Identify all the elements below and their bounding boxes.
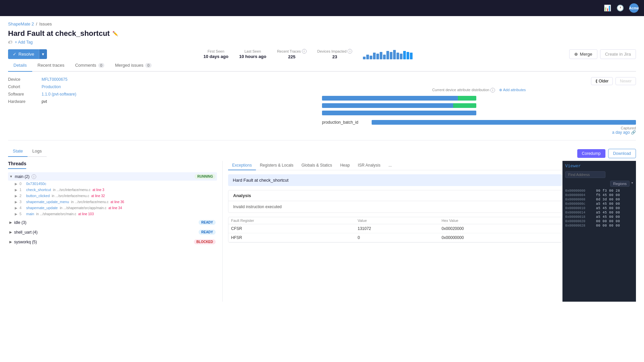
memory-address: 0x0000000c — [565, 202, 592, 206]
col-fault-register: Fault Register — [228, 217, 355, 224]
device-row: Device MFLT0000675 — [8, 77, 314, 82]
recent-traces-info-icon[interactable]: i — [302, 49, 307, 54]
coredump-button[interactable]: Coredump — [577, 149, 605, 158]
threads-list: ▼main (2)iRUNNING▶00x7301450c▶1check_sho… — [8, 172, 217, 246]
memory-address: 0x00000010 — [565, 206, 592, 210]
analysis-tab[interactable]: ISR Analysis — [354, 161, 384, 170]
software-value[interactable]: 1.1.0 (pvt-software) — [42, 92, 76, 97]
resolve-dropdown[interactable]: ▾ — [39, 49, 47, 59]
memory-row: 0x00000010a5 45 00 00 — [565, 206, 633, 210]
breadcrumb-project[interactable]: ShapeMate 2 — [8, 21, 34, 26]
thread-header[interactable]: ▶sysworkq (5)BLOCKED — [8, 238, 217, 246]
frame-number: 0 — [19, 182, 24, 186]
resolve-main[interactable]: ✓ Resolve — [8, 49, 39, 59]
captured-value[interactable]: a day ago 🔗 — [322, 130, 636, 135]
fault-reg-hex: 0x00000000 — [439, 233, 562, 242]
frame-line: at line 32 — [91, 194, 105, 198]
regions-chevron[interactable]: ▾ — [631, 181, 633, 187]
resolve-label: Resolve — [18, 52, 34, 57]
user-avatar[interactable]: Acme — [629, 3, 639, 13]
page-title-row: Hard Fault at check_shortcut ✏️ — [8, 29, 636, 38]
expand-arrow-icon: ▶ — [9, 221, 12, 224]
merge-icon: ⊕ — [574, 52, 578, 57]
distribution-info-icon[interactable]: i — [490, 88, 495, 93]
tab-logs[interactable]: Logs — [28, 146, 46, 157]
tab-merged-issues[interactable]: Merged issues 0 — [110, 59, 157, 72]
analysis-card-body: Invalid instruction executed — [228, 201, 562, 213]
thread-header[interactable]: ▼main (2)iRUNNING — [8, 172, 217, 181]
add-tag-button[interactable]: + Add Tag — [15, 40, 33, 45]
frame-arrow-icon: ▶ — [15, 188, 17, 192]
tab-comments[interactable]: Comments 0 — [70, 59, 110, 72]
dist-bar-2 — [322, 103, 636, 109]
create-jira-button[interactable]: Create in Jira — [600, 49, 636, 59]
frame-arrow-icon: ▶ — [15, 182, 17, 186]
thread-name-text: shell_uart (4) — [14, 230, 38, 235]
thread-frame[interactable]: ▶5mainin .../shapemate/src/main.cat line… — [13, 211, 217, 217]
tab-recent-traces[interactable]: Recent traces — [32, 59, 70, 72]
analysis-tab[interactable]: ... — [384, 161, 396, 170]
thread-frame[interactable]: ▶3shapemate_update_menuin .../src/interf… — [13, 199, 217, 205]
fault-reg-value: 131072 — [355, 224, 439, 233]
thread-info-icon[interactable]: i — [32, 174, 36, 179]
clock-icon[interactable]: 🕐 — [616, 4, 624, 12]
thread-header[interactable]: ▶idle (3)READY — [8, 218, 217, 227]
older-button[interactable]: ⟪ Older — [591, 77, 613, 85]
thread-frame[interactable]: ▶2button_clickedin .../src/interface/men… — [13, 193, 217, 199]
device-value[interactable]: MFLT0000675 — [42, 77, 67, 82]
distribution-bars — [322, 95, 636, 117]
viewer-panel: Viewer Regions ▾ 0x0000000090 f3 00 280x… — [562, 161, 636, 302]
resolve-button[interactable]: ✓ Resolve ▾ — [8, 49, 47, 59]
tab-state[interactable]: State — [8, 146, 28, 157]
edit-icon[interactable]: ✏️ — [112, 31, 118, 36]
frame-arrow-icon: ▶ — [15, 194, 17, 198]
analysis-tab[interactable]: Heap — [336, 161, 354, 170]
sparkbar-item — [400, 54, 402, 59]
comments-badge: 0 — [98, 63, 104, 68]
frame-arrow-icon: ▶ — [15, 206, 17, 210]
expand-arrow-icon: ▼ — [9, 175, 13, 178]
thread-name: ▶shell_uart (4) — [9, 230, 38, 235]
threads-title: Threads — [8, 161, 26, 169]
fault-reg-hex: 0x00020000 — [439, 224, 562, 233]
analytics-icon[interactable]: 📊 — [604, 4, 611, 12]
frame-arrow-icon: ▶ — [15, 200, 17, 204]
frame-name: 0x7301450c — [26, 182, 46, 186]
frame-location: in .../src/interface/menu.c — [71, 200, 109, 204]
merge-button[interactable]: ⊕ Merge — [569, 49, 597, 59]
find-address-input[interactable] — [565, 171, 605, 178]
thread-frame[interactable]: ▶1check_shortcutin .../src/interface/men… — [13, 187, 217, 193]
analysis-tab[interactable]: Globals & Statics — [298, 161, 336, 170]
analysis-tab[interactable]: Exceptions — [228, 161, 256, 170]
frame-name: button_clicked — [26, 194, 50, 198]
device-label: Device — [8, 77, 42, 82]
thread-frame[interactable]: ▶4shapemate_updatein .../shapemate/src/a… — [13, 205, 217, 211]
tab-details[interactable]: Details — [8, 59, 32, 72]
stat-devices-impacted: Devices Impacted i 23 — [317, 49, 352, 59]
cohort-value[interactable]: Production — [42, 84, 61, 89]
sparkbar-item — [396, 53, 399, 59]
download-button[interactable]: Download — [608, 149, 636, 158]
analysis-card: Analysis Invalid instruction executed — [228, 190, 562, 213]
older-arrow: ⟪ — [595, 79, 598, 83]
breadcrumb: ShapeMate 2 / Issues — [8, 21, 636, 26]
thread-group: ▶idle (3)READY — [8, 218, 217, 227]
frame-line: at line 34 — [108, 206, 122, 210]
thread-header[interactable]: ▶shell_uart (4)READY — [8, 228, 217, 236]
thread-frame[interactable]: ▶00x7301450c — [13, 181, 217, 187]
merged-issues-badge: 0 — [145, 63, 151, 68]
sparkbar-item — [376, 54, 379, 59]
analysis-tab[interactable]: Registers & Locals — [256, 161, 298, 170]
memory-values: f5 45 00 00 — [596, 193, 620, 197]
memory-values: a5 45 00 00 — [596, 206, 620, 210]
newer-button[interactable]: Newer — [615, 77, 636, 85]
stat-recent-traces: Recent Traces i 225 — [277, 49, 307, 59]
memory-values: 90 f3 00 28 — [596, 189, 620, 193]
regions-button[interactable]: Regions — [610, 181, 630, 187]
captured-label: Captured — [322, 126, 636, 130]
memory-address: 0x00000020 — [565, 220, 592, 223]
add-attributes-button[interactable]: ⊕ Add attributes — [499, 88, 526, 92]
devices-impacted-info-icon[interactable]: i — [347, 49, 352, 54]
frame-number: 3 — [19, 200, 24, 204]
main-content: ShapeMate 2 / Issues Hard Fault at check… — [0, 16, 644, 362]
